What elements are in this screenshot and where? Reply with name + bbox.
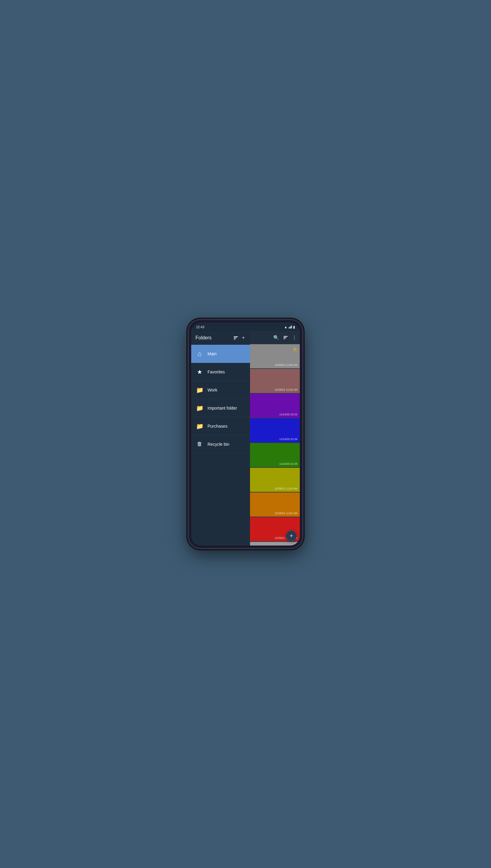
status-bar: 12:43 ▲ ▮	[191, 322, 300, 331]
status-time: 12:43	[196, 325, 204, 329]
sidebar: Folders ＋ ⌂	[191, 331, 250, 546]
star-icon: ★	[196, 368, 204, 376]
app-content: Folders ＋ ⌂	[191, 331, 300, 546]
sidebar-item-label: Important folder	[207, 406, 237, 410]
more-options-icon[interactable]: ⋮	[292, 335, 297, 341]
sidebar-item-work[interactable]: 📁 Work	[191, 381, 250, 399]
folder-icon: 📁	[196, 422, 204, 430]
sidebar-item-recycle[interactable]: 🗑 Recycle bin	[191, 435, 250, 453]
sidebar-item-label: Main	[207, 351, 216, 356]
note-timestamp: 12/26/21 11:52 AM	[275, 487, 297, 490]
note-card[interactable]: 12/26/21 11:52 AM	[250, 369, 300, 393]
signal-icon	[289, 326, 292, 329]
phone-frame: 12:43 ▲ ▮ Folders	[188, 319, 303, 549]
notes-grid: 🔒 12/26/21 11:53 AM 12/26/21 11:52 AM 11…	[250, 344, 300, 546]
add-folder-icon[interactable]: ＋	[241, 335, 246, 341]
add-note-fab[interactable]: +	[286, 530, 297, 541]
trash-icon: 🗑	[196, 440, 204, 448]
sidebar-item-purchases[interactable]: 📁 Purchases	[191, 417, 250, 435]
lock-icon: 🔒	[292, 347, 297, 351]
sidebar-item-label: Purchases	[207, 424, 227, 429]
add-icon: +	[290, 533, 293, 538]
search-icon[interactable]: 🔍	[273, 335, 279, 341]
wifi-icon: ▲	[284, 325, 287, 329]
note-card[interactable]: 12/26/21 11:52 AM	[250, 468, 300, 492]
note-card[interactable]: 11/14/20 22:25	[250, 443, 300, 467]
note-timestamp: 12/26/21 11:52 AM	[275, 388, 297, 391]
sidebar-item-main[interactable]: ⌂ Main	[191, 345, 250, 363]
note-timestamp: 11/14/20 22:22	[279, 413, 297, 416]
sidebar-item-label: Work	[207, 388, 217, 393]
note-card[interactable]: 11/14/20 22:34	[250, 418, 300, 442]
sidebar-header: Folders ＋	[191, 331, 250, 345]
notes-panel: 🔍 ⋮ 🔒 12/26/21 11:53 AM 12/	[250, 331, 300, 546]
folder-list: ⌂ Main ★ Favorites 📁	[191, 345, 250, 546]
note-card[interactable]: 🔒 12/26/21 11:53 AM	[250, 344, 300, 368]
sidebar-item-label: Recycle bin	[207, 442, 229, 447]
note-card[interactable]: 12/26/21 11:52 AM	[250, 493, 300, 517]
folder-icon: 📁	[196, 404, 204, 412]
sidebar-item-label: Favorites	[207, 370, 225, 374]
sidebar-title: Folders	[196, 335, 211, 341]
sidebar-header-icons: ＋	[234, 335, 246, 341]
note-card[interactable]	[250, 542, 300, 546]
home-icon: ⌂	[196, 350, 204, 358]
note-timestamp: 11/14/20 22:34	[279, 438, 297, 441]
sidebar-item-important[interactable]: 📁 Important folder	[191, 399, 250, 417]
phone-screen: 12:43 ▲ ▮ Folders	[191, 322, 300, 546]
notes-toolbar: 🔍 ⋮	[250, 331, 300, 344]
filter-icon[interactable]	[234, 336, 238, 339]
note-timestamp: 12/26/21 11:53 AM	[275, 364, 297, 367]
sort-icon[interactable]	[284, 336, 288, 339]
folder-icon: 📁	[196, 386, 204, 394]
note-timestamp: 12/26/21 11:52 AM	[275, 512, 297, 515]
sidebar-item-favorites[interactable]: ★ Favorites	[191, 363, 250, 381]
note-card[interactable]: 11/14/20 22:22	[250, 394, 300, 418]
status-icons: ▲ ▮	[284, 325, 295, 329]
note-timestamp: 11/14/20 22:25	[279, 462, 297, 465]
battery-icon: ▮	[293, 325, 295, 329]
